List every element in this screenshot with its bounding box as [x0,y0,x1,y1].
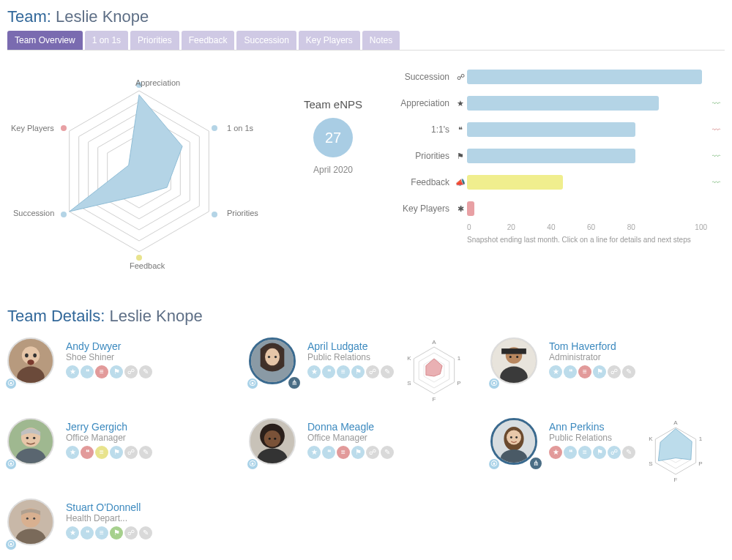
bar-row-appreciation[interactable]: Appreciation ★ 〰 [395,92,725,115]
details-name: Leslie Knope [109,307,202,325]
svg-point-8 [212,212,217,217]
svg-point-21 [268,356,270,358]
star-icon[interactable]: ★ [549,365,562,378]
tab-succession[interactable]: Succession [236,31,296,50]
star-icon: ★ [454,99,467,108]
svg-marker-26 [426,359,442,376]
member-name[interactable]: Donna Meagle [307,421,394,433]
radar-label-succession: Succession [13,209,54,217]
tab-feedback[interactable]: Feedback [182,31,235,50]
member-name[interactable]: Ann Perkins [549,421,635,433]
bar-row-1on1s[interactable]: 1:1's ❝ 〰 [395,118,725,141]
bar-row-priorities[interactable]: Priorities ⚑ 〰 [395,144,725,168]
enps-box: Team eNPS 27 April 2020 [278,58,388,277]
chat-icon[interactable]: ❝ [564,446,577,459]
bar-row-succession[interactable]: Succession ☍ [395,65,725,89]
member-role: Administrator [549,352,635,362]
megaphone-icon[interactable]: ≡ [95,526,108,540]
svg-text:P: P [457,380,460,387]
member-card[interactable]: ⦿ Tom Haverford Administrator ★ ❝ ≡ ⚑ ☍ … [490,337,725,403]
people-icon[interactable]: ☍ [124,365,138,378]
member-card[interactable]: ⦿ Andy Dwyer Shoe Shiner ★ ❝ ≡ ⚑ ☍ ✎ [7,337,242,403]
member-card[interactable]: ⦿ ⋔ April Ludgate Public Relations ★ ❝ ≡… [249,337,483,403]
member-name[interactable]: Jerry Gergich [66,421,152,433]
svg-text:S: S [649,460,652,467]
bar-row-keyplayers[interactable]: Key Players ✱ [395,197,725,220]
member-card[interactable]: ⦿ Jerry Gergich Office Manager ★ ❝ ≡ ⚑ ☍… [7,418,242,484]
svg-point-49 [274,438,276,440]
member-card[interactable]: ⦿ Donna Meagle Office Manager ★ ❝ ≡ ⚑ ☍ … [249,418,483,484]
star-icon[interactable]: ★ [66,365,79,378]
bar-row-feedback[interactable]: Feedback 📣 〰 [395,171,725,194]
flag-icon[interactable]: ⚑ [351,365,365,378]
chat-icon[interactable]: ❝ [564,365,577,378]
enps-date: April 2020 [278,165,388,175]
flag-icon[interactable]: ⚑ [351,446,365,459]
people-icon[interactable]: ☍ [124,446,138,459]
star-icon[interactable]: ★ [307,446,321,459]
star-icon[interactable]: ★ [307,365,321,378]
people-icon[interactable]: ☍ [366,365,379,378]
title-prefix: Team: [7,7,51,26]
people-icon[interactable]: ☍ [366,446,379,459]
tab-key-players[interactable]: Key Players [299,31,360,50]
key-icon[interactable]: ✎ [139,365,152,378]
people-icon[interactable]: ☍ [608,365,621,378]
megaphone-icon[interactable]: ≡ [337,365,350,378]
key-icon[interactable]: ✎ [381,446,394,459]
flag-icon[interactable]: ⚑ [593,446,606,459]
member-role: Office Manager [66,433,152,443]
member-badges: ★ ❝ ≡ ⚑ ☍ ✎ [66,365,152,378]
star-icon[interactable]: ★ [66,526,79,540]
status-badge-icon: ⦿ [488,458,501,471]
svg-rect-36 [501,348,526,354]
chat-icon[interactable]: ❝ [81,446,94,459]
chat-icon[interactable]: ❝ [81,365,94,378]
people-icon[interactable]: ☍ [608,446,621,459]
share-icon[interactable]: ⋔ [529,456,543,471]
flag-icon[interactable]: ⚑ [110,526,123,540]
share-icon[interactable]: ⋔ [287,376,302,390]
member-badges: ★ ❝ ≡ ⚑ ☍ ✎ [66,526,152,540]
chat-icon[interactable]: ❝ [322,446,335,459]
megaphone-icon[interactable]: ≡ [95,365,108,378]
flag-icon[interactable]: ⚑ [593,365,606,378]
member-card[interactable]: ⦿ Stuart O'Donnell Health Depart... ★ ❝ … [7,499,242,550]
member-role: Office Manager [307,433,394,443]
member-name[interactable]: Tom Haverford [549,340,635,352]
star-icon[interactable]: ★ [66,446,79,459]
tab-1on1s[interactable]: 1 on 1s [85,31,128,50]
tab-priorities[interactable]: Priorities [130,31,179,50]
people-icon[interactable]: ☍ [124,526,138,540]
bar-chart-note: Snapshot ending last month. Click on a l… [467,236,725,244]
key-icon[interactable]: ✎ [139,446,152,459]
tab-notes[interactable]: Notes [362,31,400,50]
key-icon[interactable]: ✎ [381,365,394,378]
member-badges: ★ ❝ ≡ ⚑ ☍ ✎ [549,446,635,459]
key-icon[interactable]: ✎ [139,526,152,540]
key-icon[interactable]: ✎ [622,365,635,378]
megaphone-icon[interactable]: ≡ [578,365,591,378]
tab-team-overview[interactable]: Team Overview [7,31,83,50]
chat-icon[interactable]: ❝ [322,365,335,378]
member-badges: ★ ❝ ≡ ⚑ ☍ ✎ [307,365,394,378]
details-title: Team Details: Leslie Knope [7,307,725,326]
star-icon[interactable]: ★ [549,446,562,459]
svg-point-37 [509,356,512,358]
chat-icon: ❝ [454,125,467,135]
member-card[interactable]: ⦿ ⋔ Ann Perkins Public Relations ★ ❝ ≡ ⚑… [490,418,725,484]
bar-chart: Succession ☍ Appreciation ★ 〰 1:1's ❝ 〰 … [395,58,725,277]
member-name[interactable]: Andy Dwyer [66,340,152,352]
megaphone-icon[interactable]: ≡ [337,446,350,459]
chat-icon[interactable]: ❝ [81,526,94,540]
megaphone-icon[interactable]: ≡ [95,446,108,459]
flag-icon[interactable]: ⚑ [110,446,123,459]
megaphone-icon[interactable]: ≡ [578,446,591,459]
member-name[interactable]: April Ludgate [307,340,394,352]
status-badge-icon: ⦿ [488,377,501,390]
key-icon[interactable]: ✎ [622,446,635,459]
radar-chart[interactable]: Appreciation 1 on 1s Priorities Feedback… [7,58,271,277]
svg-text:P: P [698,460,702,467]
flag-icon[interactable]: ⚑ [110,365,123,378]
member-name[interactable]: Stuart O'Donnell [66,501,152,513]
